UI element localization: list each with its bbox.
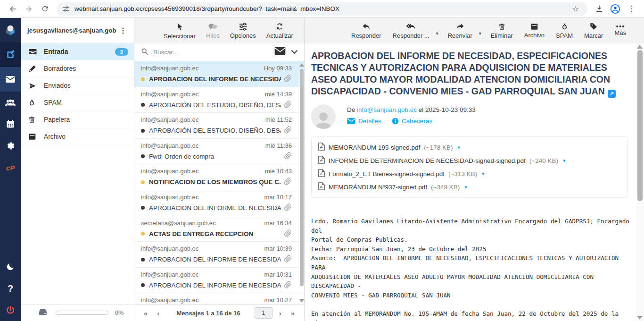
next-page-button[interactable]: › [274, 309, 286, 317]
help-icon[interactable]: ? [0, 278, 21, 299]
attachment-menu-caret-icon[interactable]: ▾ [464, 184, 467, 190]
toolbar-button-more[interactable]: Más [612, 24, 628, 37]
attachment-item[interactable]: INFORME DE DETERMINACION DE NECESIDAD-si… [318, 154, 621, 167]
folder-item-enviados[interactable]: Enviados [21, 77, 134, 94]
toolbar-button-trash[interactable]: Eliminar [489, 22, 515, 40]
folder-item-spam[interactable]: SPAM [21, 94, 134, 111]
read-status-dot[interactable] [141, 154, 145, 158]
scroll-down-icon[interactable] [637, 316, 643, 320]
message-list-item[interactable]: info@sanjuan.gob.ec mié 10:43 NOTIFICACI… [134, 164, 304, 190]
attachment-name[interactable]: MEMORANDUM 195-signed.pdf [329, 144, 420, 151]
toolbar-button-label: SPAM [556, 32, 573, 39]
last-page-button[interactable]: » [286, 309, 299, 317]
calendar-button[interactable] [0, 113, 21, 135]
attachment-menu-caret-icon[interactable]: ▾ [482, 171, 485, 177]
message-list-item[interactable]: info@sanjuan.gob.ec mar 10:17 APROBACION… [134, 190, 304, 216]
sender-avatar [311, 104, 336, 129]
account-menu-icon[interactable]: ⋮ [116, 26, 130, 35]
mail-nav-button[interactable] [0, 67, 21, 92]
bookmark-star-icon[interactable]: ☆ [570, 4, 582, 13]
attachment-paperclip-icon [284, 126, 292, 135]
toolbar-button-spam[interactable]: SPAM [554, 22, 575, 40]
cpanel-logo[interactable]: cP [0, 157, 21, 178]
attachment-size: (~349 KB) [431, 184, 460, 191]
attachment-name[interactable]: INFORME DE DETERMINACION DE NECESIDAD-si… [329, 157, 526, 164]
attachment-size: (~240 KB) [529, 157, 558, 164]
folder-item-papelera[interactable]: Papelera [21, 111, 134, 128]
page-number-box[interactable]: 1 [255, 307, 272, 319]
toolbar-button-refresh[interactable]: Actualizar [264, 21, 295, 40]
back-icon[interactable] [5, 2, 21, 16]
message-date: mar 10:27 [264, 296, 292, 304]
first-page-button[interactable]: « [139, 309, 152, 317]
url-text[interactable]: webmail.sanjuan.gob.ec/cpsess4569390018/… [74, 5, 570, 12]
folder-item-archivo[interactable]: Archivo [21, 128, 134, 145]
toolbar-button-reply-all[interactable]: Responder ... [391, 21, 431, 40]
dropdown-caret-icon[interactable]: ▾ [479, 31, 481, 36]
message-reader: APROBACION DEL INFORME DE NECESIDAD, ESP… [305, 43, 644, 321]
read-status-dot[interactable] [141, 129, 145, 133]
profile-icon[interactable] [607, 2, 623, 16]
search-input[interactable] [153, 49, 271, 56]
read-status-dot[interactable] [141, 232, 145, 236]
list-scroll-thumb[interactable] [300, 69, 304, 286]
toolbar-button-forward[interactable]: Reenviar [446, 21, 474, 40]
attachment-menu-caret-icon[interactable]: ▾ [458, 144, 461, 151]
attachment-item[interactable]: MEMORANDUM 195-signed.pdf (~178 KB) ▾ [318, 141, 621, 154]
message-list-item[interactable]: secretaria@sanjuan.gob.ec mar 16:34 ACTA… [134, 216, 304, 242]
message-list-item[interactable]: info@sanjuan.gob.ec mar 10:27 [134, 293, 304, 304]
message-list-item[interactable]: info@sanjuan.gob.ec mié 14:39 APROBACIÓN… [134, 87, 304, 113]
dropdown-caret-icon[interactable]: ▾ [436, 31, 438, 36]
attachment-name[interactable]: Formato_2_ET Bienes-signed-signed.pdf [329, 170, 445, 177]
search-options-chevron-icon[interactable] [289, 49, 299, 56]
message-list-item[interactable]: info@sanjuan.gob.ec Hoy 09:33 APROBACION… [134, 61, 304, 87]
toolbar-button-threads[interactable]: Hilos [204, 22, 222, 40]
scroll-up-icon[interactable] [299, 63, 304, 67]
toolbar-button-archive[interactable]: Archivo [522, 22, 546, 40]
message-list-item[interactable]: info@sanjuan.gob.ec mar 10:31 APROBACION… [134, 268, 304, 294]
attachment-item[interactable]: MEMORÁNDUM Nº937-signed.pdf (~349 KB) ▾ [318, 180, 621, 194]
open-in-new-window-icon[interactable]: ↗ [608, 90, 616, 98]
settings-button[interactable] [0, 135, 21, 157]
url-bar[interactable]: webmail.sanjuan.gob.ec/cpsess4569390018/… [57, 2, 587, 16]
scroll-up-icon[interactable] [637, 45, 643, 49]
read-status-dot[interactable] [141, 103, 145, 107]
read-status-dot[interactable] [141, 283, 145, 287]
read-status-dot[interactable] [141, 206, 145, 210]
dark-mode-icon[interactable] [0, 256, 21, 278]
from-block: De info@sanjuan.gob.ec el 2025-10-23 09:… [311, 104, 630, 129]
scroll-down-icon[interactable] [299, 299, 304, 303]
message-list-item[interactable]: info@sanjuan.gob.ec mié 11:52 APROBACIÓN… [134, 113, 304, 139]
compose-button[interactable] [0, 42, 21, 67]
toolbar-button-options[interactable]: Opciones [228, 22, 258, 40]
prev-page-button[interactable]: ‹ [152, 309, 164, 317]
toolbar-button-reply[interactable]: Responder [349, 21, 383, 40]
read-status-dot[interactable] [141, 258, 145, 262]
download-icon[interactable] [591, 2, 607, 16]
message-list-item[interactable]: info@sanjuan.gob.ec mié 11:36 Fwd: Orden… [134, 139, 304, 165]
attachment-menu-caret-icon[interactable]: ▾ [563, 158, 566, 164]
headers-link[interactable]: Cabeceras [392, 118, 432, 125]
list-scrollbar[interactable] [299, 61, 304, 304]
details-link[interactable]: Detalles [347, 118, 381, 125]
forward-icon[interactable] [21, 2, 37, 16]
message-list-item[interactable]: info@sanjuan.gob.ec mar 10:39 APROBACION… [134, 242, 304, 268]
attachment-item[interactable]: Formato_2_ET Bienes-signed-signed.pdf (~… [318, 167, 621, 180]
read-status-dot[interactable] [141, 180, 145, 184]
contacts-button[interactable] [0, 92, 21, 113]
read-status-dot[interactable] [141, 77, 145, 81]
search-scope-icon[interactable] [274, 47, 286, 57]
content-scroll-thumb[interactable] [637, 50, 643, 201]
attachment-name[interactable]: MEMORÁNDUM Nº937-signed.pdf [329, 184, 427, 191]
browser-menu-icon[interactable]: ⋮ [623, 2, 639, 16]
site-settings-icon[interactable] [62, 5, 70, 13]
toolbar-button-tag[interactable]: Marcar [582, 21, 605, 40]
attachment-paperclip-icon [284, 280, 292, 290]
folder-item-entrada[interactable]: Entrada 3 [21, 43, 134, 60]
folder-item-borradores[interactable]: Borradores [21, 60, 134, 77]
logout-icon[interactable] [0, 299, 21, 321]
toolbar-button-cursor[interactable]: Seleccionar [162, 21, 198, 41]
content-scrollbar[interactable] [636, 43, 644, 321]
reload-icon[interactable] [37, 2, 53, 16]
sender-email-link[interactable]: info@sanjuan.gob.ec [357, 106, 417, 113]
